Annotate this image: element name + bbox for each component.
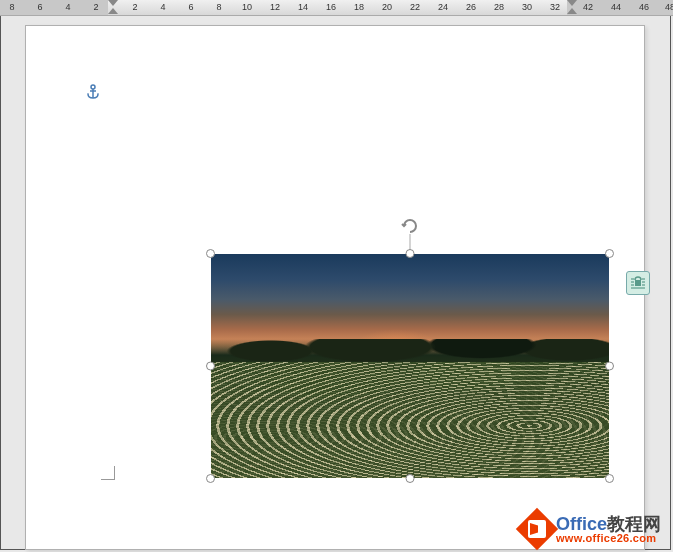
resize-handle-bottom-middle[interactable] (406, 474, 415, 483)
ruler-tick: 12 (270, 2, 280, 12)
watermark-brand: Office教程网 (556, 515, 661, 533)
ruler-tick: 46 (639, 2, 649, 12)
resize-handle-middle-right[interactable] (605, 362, 614, 371)
resize-handle-middle-left[interactable] (206, 362, 215, 371)
ruler-tick: 26 (466, 2, 476, 12)
left-indent-marker[interactable] (108, 0, 118, 14)
inserted-image-selection[interactable] (211, 254, 609, 478)
ruler-tick: 22 (410, 2, 420, 12)
ruler-tick: 8 (9, 2, 14, 12)
ruler-tick: 28 (494, 2, 504, 12)
ruler-tick: 4 (65, 2, 70, 12)
ruler-tick: 32 (550, 2, 560, 12)
ruler-tick: 2 (132, 2, 137, 12)
svg-point-0 (91, 85, 95, 89)
svg-rect-3 (635, 280, 641, 286)
right-indent-marker[interactable] (567, 0, 577, 14)
document-page[interactable] (25, 25, 645, 550)
ruler-tick: 14 (298, 2, 308, 12)
office-logo-icon (516, 508, 558, 550)
landscape-photo[interactable] (211, 254, 609, 478)
layout-options-button[interactable] (626, 271, 650, 295)
margin-corner-mark (101, 466, 115, 480)
ruler-tick: 2 (93, 2, 98, 12)
ruler-tick: 42 (583, 2, 593, 12)
ruler-tick: 48 (665, 2, 673, 12)
ruler-tick: 20 (382, 2, 392, 12)
ruler-tick: 10 (242, 2, 252, 12)
resize-handle-bottom-right[interactable] (605, 474, 614, 483)
rotation-handle-icon[interactable] (400, 216, 420, 236)
ruler-tick: 8 (216, 2, 221, 12)
horizontal-ruler[interactable]: 8 6 4 2 2 4 6 8 10 12 14 16 18 20 22 24 … (0, 0, 673, 16)
ruler-tick: 24 (438, 2, 448, 12)
resize-handle-top-right[interactable] (605, 249, 614, 258)
resize-handle-top-middle[interactable] (406, 249, 415, 258)
resize-handle-top-left[interactable] (206, 249, 215, 258)
watermark-url: www.office26.com (556, 533, 661, 544)
object-anchor-icon[interactable] (86, 84, 100, 100)
ruler-tick: 16 (326, 2, 336, 12)
ruler-tick: 4 (160, 2, 165, 12)
ruler-tick: 18 (354, 2, 364, 12)
watermark: Office教程网 www.office26.com (522, 514, 661, 544)
ruler-tick: 6 (188, 2, 193, 12)
resize-handle-bottom-left[interactable] (206, 474, 215, 483)
ruler-tick: 30 (522, 2, 532, 12)
ruler-tick: 44 (611, 2, 621, 12)
ruler-tick: 6 (37, 2, 42, 12)
